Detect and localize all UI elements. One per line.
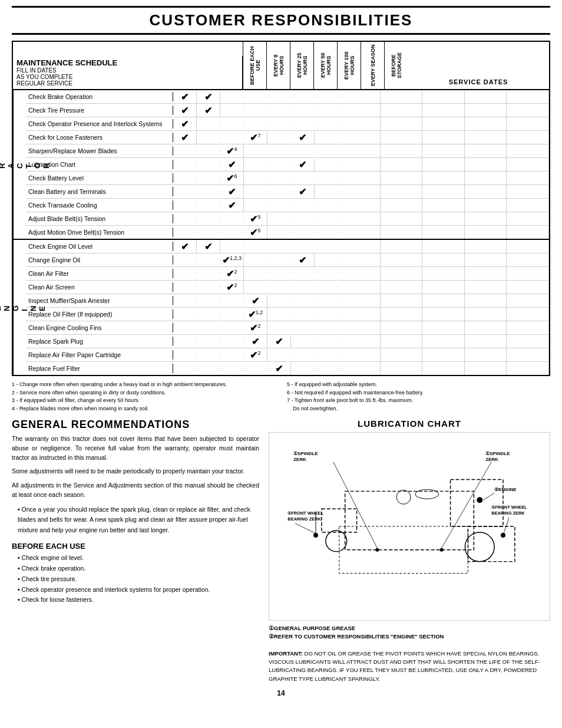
check-cell: [173, 232, 197, 233]
check-cell: [267, 286, 291, 288]
check-cell: ✔5: [244, 213, 267, 225]
check-cell: ✔: [291, 159, 315, 171]
beu-item-1: Check engine oil level.: [18, 553, 259, 564]
check-cell: [291, 218, 315, 219]
service-dates: [338, 253, 549, 266]
footnote-7b: Do not overtighten.: [287, 405, 550, 413]
table-row: Clean Air Filter ✔2: [26, 267, 549, 281]
page-number: 14: [12, 689, 550, 697]
check-cell: [220, 354, 244, 355]
footnotes-right: 5 - If equipped with adjustable system. …: [287, 381, 550, 413]
check-cell: [291, 327, 315, 328]
check-cell: [291, 273, 315, 274]
check-cell: [197, 232, 220, 233]
check-cell: [173, 314, 197, 315]
col-every-50: EVERY 50 HOURS: [313, 42, 337, 89]
check-cell: ✔: [197, 241, 220, 253]
service-dates: [338, 267, 549, 280]
check-cell: ✔: [267, 335, 291, 348]
check-cell: [267, 246, 291, 247]
tractor-label: TRACTOR: [13, 90, 26, 239]
col-every-8: EVERY 8 HOURS: [266, 42, 290, 89]
column-headers: BEFORE EACH USE EVERY 8 HOURS EVERY 25 H…: [243, 42, 549, 89]
footnotes: 1 - Change more often when operating und…: [12, 381, 550, 413]
check-cell: [220, 246, 244, 247]
service-dates: [338, 226, 549, 239]
check-cell: [267, 177, 291, 179]
check-cell: [197, 300, 220, 301]
check-cell: [244, 164, 267, 165]
row-label: Clean Battery and Terminals: [26, 187, 173, 196]
check-cell: [267, 191, 291, 192]
lub-chart-svg: ①SPINDLE ZERK ①SPINDLE ZERK ①FRONT WHEEL…: [269, 433, 550, 620]
table-row: Replace Oil Filter (If equipped) ✔1,2: [26, 308, 549, 321]
table-row: Clean Air Screen ✔2: [26, 281, 549, 294]
check-cell: ✔2: [220, 268, 244, 280]
table-row: Check Battery Level ✔6: [26, 172, 549, 185]
check-cell: [244, 368, 267, 369]
check-cell: ✔: [267, 363, 291, 375]
service-dates: [338, 362, 549, 375]
check-cell: [291, 246, 315, 247]
footnote-7: 7 - Tighten front axle pivot bolt to 35 …: [287, 397, 550, 405]
check-cell: [244, 205, 267, 206]
service-dates: [338, 172, 549, 185]
check-cell: [267, 314, 291, 315]
check-cell: [291, 205, 315, 206]
check-cell: [291, 300, 315, 301]
svg-line-24: [483, 493, 494, 500]
footnote-5: 5 - If equipped with adjustable system.: [287, 381, 550, 389]
before-each-use-list: Check engine oil level. Check brake oper…: [12, 553, 259, 605]
check-cell: [267, 354, 291, 355]
check-cell: [220, 300, 244, 301]
check-cell: ✔6: [220, 172, 244, 185]
check-cell: [173, 164, 197, 165]
check-cell: [173, 191, 197, 192]
svg-line-14: [504, 518, 509, 533]
check-cell: ✔: [291, 131, 315, 144]
check-cell: [197, 177, 220, 179]
right-column: LUBRICATION CHART: [269, 419, 550, 683]
bottom-section: GENERAL RECOMMENDATIONS The warranty on …: [12, 419, 550, 683]
row-label: Clean Air Screen: [26, 282, 173, 292]
svg-text:①SPINDLE: ①SPINDLE: [485, 451, 510, 456]
check-cell: [244, 286, 267, 288]
row-label: Clean Air Filter: [26, 269, 173, 278]
service-dates: [338, 185, 549, 198]
footnotes-left: 1 - Change more often when operating und…: [12, 381, 275, 413]
row-label: Inspect Muffler/Spark Arrester: [26, 296, 173, 305]
svg-text:①FRONT WHEEL: ①FRONT WHEEL: [287, 510, 323, 516]
table-row: Replace Fuel Filter ✔: [26, 362, 549, 375]
check-cell: [197, 218, 220, 219]
check-cell: [244, 110, 267, 111]
check-cell: [197, 273, 220, 274]
check-cell: [220, 96, 244, 97]
svg-text:ZERK: ZERK: [293, 457, 306, 462]
row-label: Check Battery Level: [26, 173, 173, 183]
check-cell: [267, 205, 291, 206]
bullet-spark-plug: Once a year you should replace the spark…: [18, 505, 259, 536]
check-cell: [291, 314, 315, 315]
check-cell: [173, 300, 197, 301]
check-cell: [197, 354, 220, 355]
check-cell: [267, 218, 291, 219]
check-cell: ✔: [197, 91, 220, 103]
schedule-title: MAINTENANCE SCHEDULE: [16, 58, 239, 67]
left-column: GENERAL RECOMMENDATIONS The warranty on …: [12, 419, 259, 683]
svg-point-10: [477, 497, 482, 503]
check-cell: [315, 218, 338, 219]
fill-dates-2: AS YOU COMPLETE: [16, 74, 239, 80]
table-row: Clean Engine Cooling Fins ✔2: [26, 321, 549, 335]
check-cell: [220, 327, 244, 328]
svg-point-26: [396, 490, 411, 504]
table-row: Inspect Muffler/Spark Arrester ✔: [26, 294, 549, 308]
col-every-25: EVERY 25 HOURS: [290, 42, 313, 89]
check-cell: [173, 354, 197, 355]
check-cell: [220, 123, 244, 124]
beu-item-5: Check for loose fasteners.: [18, 595, 259, 605]
col-every-100: EVERY 100 HOURS: [337, 42, 361, 89]
check-cell: [315, 354, 338, 355]
check-cell: ✔: [173, 104, 197, 117]
svg-point-28: [326, 531, 347, 552]
svg-text:①SPINDLE: ①SPINDLE: [293, 451, 318, 456]
